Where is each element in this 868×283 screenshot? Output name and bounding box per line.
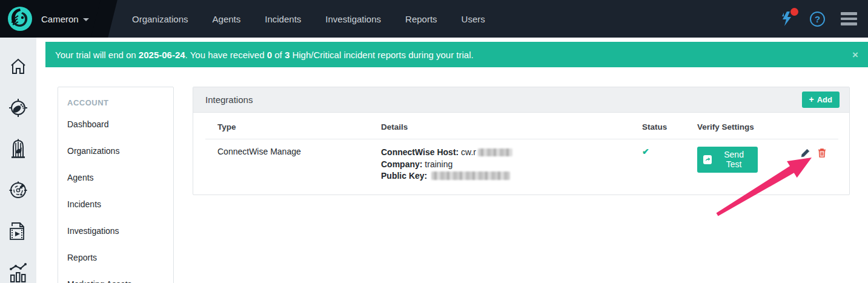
cell-type: ConnectWise Manage — [205, 139, 369, 195]
footprint-crosshair-icon[interactable] — [0, 87, 36, 128]
icon-rail — [0, 38, 36, 283]
col-header-actions — [770, 113, 838, 139]
user-dropdown[interactable]: Cameron — [41, 14, 89, 24]
table-header-row: Type Details Status Verify Settings — [205, 113, 838, 139]
nav-item-users[interactable]: Users — [462, 14, 485, 24]
report-media-icon[interactable] — [0, 211, 36, 252]
col-header-type: Type — [205, 113, 369, 139]
sidebar-item-incidents[interactable]: Incidents — [67, 193, 164, 215]
detail-company: Company: training — [381, 159, 618, 171]
help-icon[interactable]: ? — [810, 12, 825, 27]
redacted-public-key-value — [431, 171, 510, 180]
menu-icon[interactable] — [841, 12, 857, 25]
sidebar-item-organizations[interactable]: Organizations — [67, 140, 164, 161]
navbar-brand-section: Cameron — [0, 0, 104, 38]
account-sidebar: ACCOUNT Dashboard Organizations Agents I… — [58, 87, 174, 283]
top-navbar: Cameron Organizations Agents Incidents I… — [0, 0, 868, 38]
caged-bird-icon[interactable] — [0, 128, 36, 170]
sidebar-item-marketing-assets[interactable]: Marketing Assets — [67, 273, 164, 283]
sidebar-item-investigations[interactable]: Investigations — [67, 220, 164, 241]
sidebar-item-reports[interactable]: Reports — [67, 247, 164, 268]
delete-trash-icon[interactable] — [818, 148, 826, 159]
sidebar-item-dashboard[interactable]: Dashboard — [67, 113, 164, 135]
cell-verify: Send Test — [685, 139, 770, 195]
nav-item-incidents[interactable]: Incidents — [265, 14, 301, 24]
trial-banner: Your trial will end on 2025-06-24. You h… — [45, 42, 868, 67]
home-icon[interactable] — [0, 46, 36, 87]
app-window: Cameron Organizations Agents Incidents I… — [0, 0, 868, 283]
redacted-host-value — [478, 148, 512, 156]
close-icon[interactable]: × — [852, 50, 858, 60]
primary-nav: Organizations Agents Incidents Investiga… — [132, 14, 485, 24]
cell-details: ConnectWise Host: cw.r Company: training… — [369, 139, 630, 195]
integrations-panel: Integrations + Add Type Details Status V… — [193, 87, 850, 195]
share-arrow-icon — [703, 155, 712, 164]
huntress-logo-icon[interactable] — [6, 5, 34, 33]
stats-chart-icon[interactable] — [0, 252, 36, 283]
plus-icon: + — [809, 95, 814, 104]
banner-text: Your trial will end on 2025-06-24. You h… — [55, 50, 474, 60]
detail-host: ConnectWise Host: cw.r — [381, 147, 618, 159]
chevron-down-icon — [83, 18, 89, 21]
notification-dot — [790, 8, 798, 16]
user-name: Cameron — [41, 14, 79, 24]
integrations-table: Type Details Status Verify Settings Conn… — [205, 113, 838, 195]
col-header-verify-settings: Verify Settings — [685, 113, 770, 139]
panel-header: Integrations + Add — [193, 87, 849, 113]
cell-status: ✔ — [630, 139, 685, 195]
nav-item-organizations[interactable]: Organizations — [132, 14, 188, 24]
sidebar-heading: ACCOUNT — [67, 95, 164, 113]
status-check-icon: ✔ — [642, 147, 649, 156]
send-test-button[interactable]: Send Test — [697, 147, 758, 173]
sidebar-item-agents[interactable]: Agents — [67, 167, 164, 188]
content-area: ACCOUNT Dashboard Organizations Agents I… — [36, 87, 868, 283]
nav-item-agents[interactable]: Agents — [213, 14, 241, 24]
lightning-icon[interactable] — [781, 11, 794, 27]
cell-actions — [770, 139, 838, 195]
add-button[interactable]: + Add — [802, 92, 840, 108]
col-header-status: Status — [630, 113, 685, 139]
col-header-details: Details — [369, 113, 630, 139]
table-row: ConnectWise Manage ConnectWise Host: cw.… — [205, 139, 838, 195]
panel-title: Integrations — [205, 95, 253, 105]
nav-item-investigations[interactable]: Investigations — [325, 14, 381, 24]
edit-pencil-icon[interactable] — [801, 148, 810, 159]
detail-public-key: Public Key: — [381, 170, 618, 182]
radar-icon[interactable] — [0, 170, 36, 211]
navbar-right-icons: ? — [781, 11, 868, 27]
nav-item-reports[interactable]: Reports — [405, 14, 437, 24]
